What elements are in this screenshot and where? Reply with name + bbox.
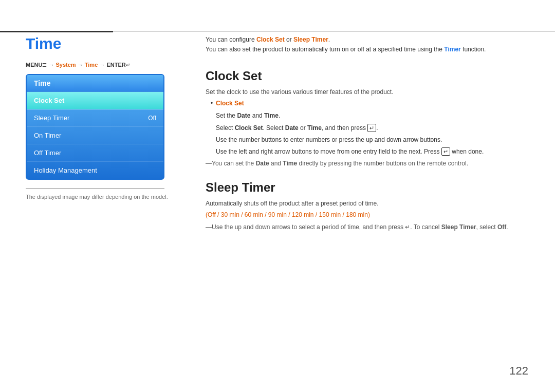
menu-item-label: Sleep Timer bbox=[34, 114, 69, 122]
clock-set-sub1: Set the Date and Time. bbox=[216, 111, 529, 121]
tv-menu-title: Time bbox=[27, 75, 163, 92]
menu-item-label: Clock Set bbox=[34, 97, 64, 104]
clock-set-bullet-label: Clock Set bbox=[216, 100, 244, 107]
clock-set-title: Clock Set bbox=[206, 69, 529, 83]
right-top-note-line2: You can also set the product to automati… bbox=[206, 46, 486, 53]
menu-item-value: Off bbox=[148, 115, 156, 122]
clock-set-sub2: Select Clock Set. Select Date or Time, a… bbox=[216, 123, 529, 133]
menu-item-label: Off Timer bbox=[34, 149, 61, 157]
left-divider bbox=[26, 188, 164, 189]
clock-set-bullet: Clock Set bbox=[211, 100, 529, 107]
right-column: You can configure Clock Set or Sleep Tim… bbox=[185, 35, 529, 377]
sleep-timer-options: (Off / 30 min / 60 min / 90 min / 120 mi… bbox=[206, 211, 529, 218]
clock-set-sub3: Use the number buttons to enter numbers … bbox=[216, 135, 529, 145]
menu-path-text: MENU☰ → System → Time → ENTER↵ bbox=[26, 62, 130, 68]
sleep-timer-title: Sleep Timer bbox=[206, 180, 529, 195]
left-column: Time MENU☰ → System → Time → ENTER↵ Time… bbox=[26, 35, 185, 377]
menu-item-label: On Timer bbox=[34, 132, 61, 139]
right-top-note-line1: You can configure Clock Set or Sleep Tim… bbox=[206, 36, 330, 43]
menu-item-clock-set[interactable]: Clock Set bbox=[27, 92, 163, 109]
menu-item-on-timer[interactable]: On Timer bbox=[27, 127, 163, 144]
menu-item-label: Holiday Management bbox=[34, 166, 97, 174]
clock-set-section: Clock Set Set the clock to use the vario… bbox=[206, 69, 529, 168]
clock-set-sub4: Use the left and right arrow buttons to … bbox=[216, 147, 529, 157]
tv-menu-panel: Time Clock Set Sleep Timer Off On Timer … bbox=[26, 74, 164, 180]
clock-set-bullets: Clock Set bbox=[211, 100, 529, 107]
menu-path: MENU☰ → System → Time → ENTER↵ bbox=[26, 62, 175, 68]
sleep-timer-section: Sleep Timer Automatically shuts off the … bbox=[206, 180, 529, 232]
sleep-timer-desc: Automatically shuts off the product afte… bbox=[206, 200, 529, 207]
sleep-options-text: (Off / 30 min / 60 min / 90 min / 120 mi… bbox=[206, 211, 370, 218]
top-border-left bbox=[0, 31, 113, 32]
top-border-right bbox=[113, 31, 555, 32]
left-note: The displayed image may differ depending… bbox=[26, 194, 175, 200]
menu-item-off-timer[interactable]: Off Timer bbox=[27, 144, 163, 162]
right-top-note: You can configure Clock Set or Sleep Tim… bbox=[206, 35, 529, 54]
top-border bbox=[0, 31, 555, 33]
clock-set-dash-note: You can set the Date and Time directly b… bbox=[206, 159, 529, 168]
sleep-timer-dash-note: Use the up and down arrows to select a p… bbox=[206, 222, 529, 232]
page-number: 122 bbox=[509, 364, 528, 378]
page-title: Time bbox=[26, 35, 175, 52]
menu-item-holiday[interactable]: Holiday Management bbox=[27, 162, 163, 179]
menu-item-sleep-timer[interactable]: Sleep Timer Off bbox=[27, 109, 163, 127]
clock-set-desc: Set the clock to use the various various… bbox=[206, 88, 529, 96]
